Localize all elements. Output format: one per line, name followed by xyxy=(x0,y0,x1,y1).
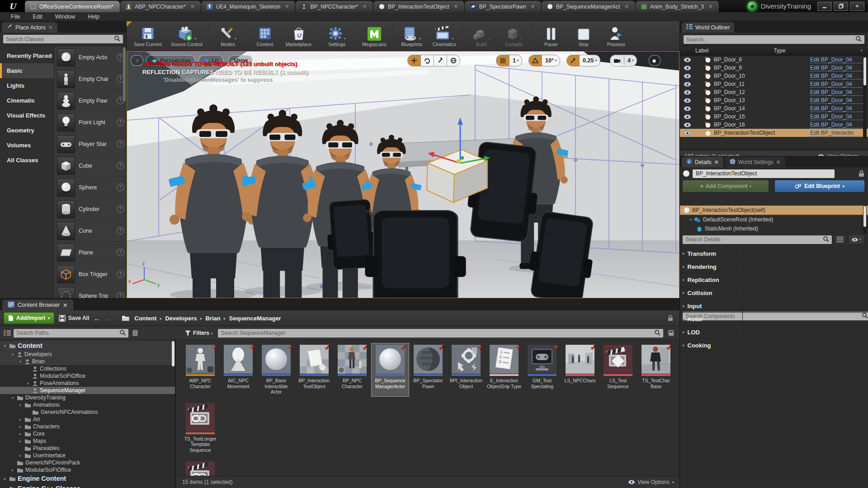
chevron-right-icon[interactable]: ▸ xyxy=(3,487,7,488)
place-item-player-star[interactable]: Player Star? xyxy=(54,133,126,155)
chevron-down-icon[interactable]: ▾ xyxy=(235,37,236,41)
tree-folder-engine-c-classes[interactable]: ▸Engine C++ Classes xyxy=(0,483,175,488)
breadcrumb-developers[interactable]: Developers xyxy=(165,315,197,322)
place-category-visual-effects[interactable]: Visual Effects xyxy=(0,108,54,123)
asset-bp-interaction-testobject[interactable]: ✓BP_Interaction TestObject xyxy=(295,343,333,397)
breadcrumb-sequencemanager[interactable]: SequenceManager xyxy=(229,315,281,322)
place-items-scrollbar[interactable] xyxy=(123,47,126,102)
tree-folder-characters[interactable]: ▸Characters xyxy=(0,423,175,430)
place-item-plane[interactable]: Plane? xyxy=(54,242,126,263)
chevron-right-icon[interactable]: ▸ xyxy=(18,439,23,443)
outliner-row[interactable]: BP_InteractionTestObjectEdit BP_Interact… xyxy=(680,129,868,137)
asset-bp-base-interactible-actor[interactable]: +BP_Base Interactible Actor xyxy=(257,343,295,397)
tree-folder-genericnpcanimations[interactable]: GenericNPCAnimations xyxy=(0,408,175,416)
chevron-down-icon[interactable]: ▾ xyxy=(3,344,7,348)
toolbar-blueprints-button[interactable]: ▾Blueprints xyxy=(396,21,428,51)
place-category-lights[interactable]: Lights xyxy=(0,78,54,93)
asset-tab-bp-npccharacter-[interactable]: BP_NPCCharacter*✕ xyxy=(296,1,373,12)
asset-bpi-interaction-object[interactable]: +BPI_Interaction Object xyxy=(447,343,485,397)
chevron-right-icon[interactable]: ▸ xyxy=(10,468,15,472)
display-filter-button[interactable]: ▾ xyxy=(848,235,864,244)
outliner-scrollbar[interactable] xyxy=(863,56,867,139)
chevron-down-icon[interactable]: ▾ xyxy=(489,37,491,41)
breadcrumb-content[interactable]: Content xyxy=(134,315,156,322)
close-icon[interactable]: ✕ xyxy=(531,4,535,9)
asset-ts-test-template-sequence[interactable]: TS_Test Template Sequence xyxy=(181,460,219,476)
tree-folder-core[interactable]: ▸Core xyxy=(0,430,175,437)
details-category-actor[interactable]: ▸Actor xyxy=(680,313,868,326)
place-item-empty-acto[interactable]: Empty Acto? xyxy=(54,47,126,68)
place-item-point-light[interactable]: Point Light? xyxy=(54,112,126,133)
tab-world-outliner[interactable]: World Outliner xyxy=(682,22,734,33)
help-icon[interactable]: ? xyxy=(117,162,124,169)
menu-edit[interactable]: Edit xyxy=(26,14,49,20)
sources-toggle-icon[interactable] xyxy=(4,330,11,336)
place-category-basic[interactable]: Basic xyxy=(0,63,54,78)
search-assets-input[interactable]: Search SequenceManager xyxy=(218,329,663,338)
outliner-row[interactable]: BP_Door_10Edit BP_Door_04 xyxy=(680,72,868,80)
component-row[interactable]: StaticMesh (Inherited) xyxy=(680,224,868,233)
place-actors-search-input[interactable]: Search Classes xyxy=(3,35,123,43)
asset-tab-bp-sequencemanageract[interactable]: BP_SequenceManagerAct✕ xyxy=(542,1,635,12)
tree-folder-maps[interactable]: ▸Maps xyxy=(0,437,175,445)
translate-tool-button[interactable] xyxy=(408,55,420,66)
tree-folder-sequencemanager[interactable]: SequenceManager xyxy=(0,387,175,394)
save-all-button[interactable]: Save All xyxy=(59,315,89,322)
place-item-cube[interactable]: Cube? xyxy=(54,155,126,177)
place-item-sphere-trig[interactable]: Sphere Trig? xyxy=(54,285,126,298)
asset-ts-testchar-base[interactable]: ✓TS_TestChar Base xyxy=(637,343,675,397)
actor-type-link[interactable]: Edit BP_Interactio xyxy=(810,130,863,136)
asset-tab-ue4-mannequin-skeleton[interactable]: UE4_Mannequin_Skeleton✕ xyxy=(201,1,295,12)
tree-folder-developers[interactable]: ▾Developers xyxy=(0,351,175,358)
help-icon[interactable]: ? xyxy=(117,292,124,298)
details-category-lod[interactable]: ▸LOD xyxy=(680,326,868,339)
angle-snap-toggle[interactable] xyxy=(529,55,542,66)
toolbar-cinematics-button[interactable]: ▾Cinematics xyxy=(428,21,461,51)
camera-speed-value[interactable]: 4▾ xyxy=(624,55,637,66)
close-icon[interactable]: ✕ xyxy=(708,4,712,9)
asset-aic-npc-movement[interactable]: +AIC_NPC Movement xyxy=(219,343,257,397)
components-scrollbar[interactable] xyxy=(863,206,867,234)
chevron-right-icon[interactable]: ▸ xyxy=(18,425,23,429)
outliner-column-label[interactable]: Label xyxy=(695,47,708,54)
close-button[interactable]: ✕ xyxy=(850,2,864,11)
chevron-right-icon[interactable]: ▸ xyxy=(18,418,23,422)
maximize-viewport-button[interactable] xyxy=(649,55,660,66)
chevron-down-icon[interactable]: ▾ xyxy=(344,37,345,41)
help-icon[interactable]: ? xyxy=(117,227,124,235)
tree-folder-collections[interactable]: Collections xyxy=(0,365,175,372)
chevron-down-icon[interactable]: ▾ xyxy=(18,360,23,364)
tree-folder-modularscifioffice[interactable]: ▸ModularSciFiOffice xyxy=(0,466,175,474)
scale-tool-button[interactable] xyxy=(434,55,447,66)
actor-type-link[interactable]: Edit BP_Door_04 xyxy=(810,89,863,96)
close-icon[interactable]: ✕ xyxy=(363,4,367,9)
actor-type-link[interactable]: Edit BP_Door_04 xyxy=(810,81,863,88)
asset-e-interaction-objectgrip-type[interactable]: 123+E_Interaction ObjectGrip Type xyxy=(485,343,523,397)
back-button[interactable]: ← xyxy=(94,314,100,322)
chevron-right-icon[interactable]: ▸ xyxy=(18,454,23,458)
actor-type-link[interactable]: Edit BP_Door_04 xyxy=(810,56,863,63)
chevron-down-icon[interactable]: ▾ xyxy=(419,37,421,41)
actor-type-link[interactable]: Edit BP_Door_04 xyxy=(810,65,863,71)
help-icon[interactable]: ? xyxy=(117,140,124,148)
outliner-row[interactable]: BP_Door_11Edit BP_Door_04 xyxy=(680,80,868,88)
visibility-eye-icon[interactable] xyxy=(684,57,691,62)
tree-folder-genericnpcanimpack[interactable]: GenericNPCAnimPack xyxy=(0,459,175,466)
visibility-eye-icon[interactable] xyxy=(684,98,691,103)
component-row[interactable]: BP_InteractionTestObject(self) xyxy=(680,206,868,215)
place-category-geometry[interactable]: Geometry xyxy=(0,123,54,138)
toolbar-marketplace-button[interactable]: UMarketplace xyxy=(281,21,316,51)
chevron-down-icon[interactable]: ▾ xyxy=(521,37,523,41)
search-details-input[interactable]: Search Details xyxy=(683,235,832,244)
toolbar-modes-button[interactable]: ▾Modes xyxy=(212,21,244,51)
outliner-search-input[interactable]: Search... xyxy=(684,35,864,44)
menu-window[interactable]: Window xyxy=(49,14,81,20)
actor-type-link[interactable]: Edit BP_Door_04 xyxy=(810,122,863,128)
menu-help[interactable]: Help xyxy=(81,14,106,20)
tree-folder-content[interactable]: ▾Content xyxy=(0,341,175,351)
help-icon[interactable]: ? xyxy=(117,249,124,256)
level-viewport[interactable]: z x y ▾ Perspective Lit Show LIGHTING NE… xyxy=(127,51,679,298)
viewport-options-dropdown[interactable]: ▾ xyxy=(131,55,143,66)
help-icon[interactable]: ? xyxy=(117,205,124,213)
component-row[interactable]: ▾DefaultSceneRoot (Inherited) xyxy=(680,215,868,224)
